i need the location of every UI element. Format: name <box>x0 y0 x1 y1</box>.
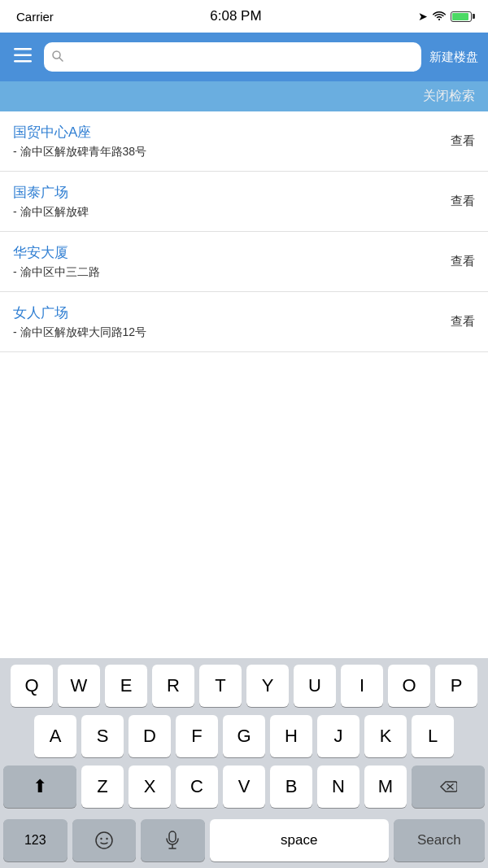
svg-point-7 <box>96 832 112 848</box>
space-key[interactable]: space <box>210 819 389 861</box>
key-V[interactable]: V <box>223 765 265 808</box>
result-content: 华安大厦 - 渝中区中三二路 <box>13 243 442 280</box>
key-F[interactable]: F <box>176 715 218 757</box>
mic-key[interactable] <box>141 819 205 861</box>
result-content: 女人广场 - 渝中区解放碑大同路12号 <box>13 303 442 340</box>
key-I[interactable]: I <box>341 665 383 707</box>
result-content: 国泰广场 - 渝中区解放碑 <box>13 183 442 220</box>
result-item-0: 国贸中心A座 - 渝中区解放碑青年路38号 查看 <box>0 111 488 172</box>
wifi-icon <box>432 10 447 24</box>
keyboard: Q W E R T Y U I O P A S D F G H J K L ⬆ … <box>0 658 488 868</box>
location-icon: ➤ <box>418 10 428 23</box>
key-P[interactable]: P <box>435 665 477 707</box>
svg-rect-1 <box>14 54 32 56</box>
result-item-1: 国泰广场 - 渝中区解放碑 查看 <box>0 172 488 232</box>
key-C[interactable]: C <box>176 765 218 808</box>
search-key[interactable]: Search <box>394 819 485 861</box>
svg-rect-0 <box>14 48 32 50</box>
result-name: 女人广场 <box>13 303 442 322</box>
keyboard-row-1: Q W E R T Y U I O P <box>3 665 485 707</box>
key-E[interactable]: E <box>105 665 147 707</box>
key-S[interactable]: S <box>81 715 124 757</box>
key-N[interactable]: N <box>317 765 359 808</box>
emoji-key[interactable] <box>72 819 137 861</box>
key-K[interactable]: K <box>364 715 407 757</box>
key-B[interactable]: B <box>270 765 312 808</box>
key-D[interactable]: D <box>129 715 171 757</box>
delete-key[interactable] <box>412 765 485 808</box>
status-right: ➤ <box>418 10 472 24</box>
key-J[interactable]: J <box>317 715 359 757</box>
result-content: 国贸中心A座 - 渝中区解放碑青年路38号 <box>13 123 442 159</box>
key-R[interactable]: R <box>152 665 194 707</box>
key-A[interactable]: A <box>34 715 76 757</box>
result-address: - 渝中区解放碑大同路12号 <box>13 325 442 340</box>
keyboard-bottom-row: 123 space Search <box>0 819 488 861</box>
result-name: 国贸中心A座 <box>13 123 442 142</box>
time-label: 6:08 PM <box>210 8 261 24</box>
key-L[interactable]: L <box>412 715 454 757</box>
key-Y[interactable]: Y <box>246 665 289 707</box>
keyboard-row-3: ⬆ Z X C V B N M <box>3 765 485 808</box>
result-item-3: 女人广场 - 渝中区解放碑大同路12号 查看 <box>0 292 488 352</box>
key-W[interactable]: W <box>58 665 100 707</box>
svg-line-4 <box>59 58 63 61</box>
menu-button[interactable] <box>10 44 36 71</box>
search-input[interactable] <box>68 50 413 64</box>
close-search-button[interactable]: 关闭检索 <box>0 81 488 111</box>
key-T[interactable]: T <box>199 665 242 707</box>
result-action-button[interactable]: 查看 <box>442 254 475 269</box>
key-O[interactable]: O <box>388 665 430 707</box>
nav-bar: 新建楼盘 <box>0 33 488 81</box>
new-building-button[interactable]: 新建楼盘 <box>429 50 478 65</box>
key-H[interactable]: H <box>270 715 312 757</box>
key-Z[interactable]: Z <box>81 765 124 808</box>
result-action-button[interactable]: 查看 <box>442 314 475 329</box>
result-name: 国泰广场 <box>13 183 442 202</box>
result-name: 华安大厦 <box>13 243 442 262</box>
num-key[interactable]: 123 <box>3 819 68 861</box>
key-U[interactable]: U <box>294 665 336 707</box>
svg-point-8 <box>100 838 102 840</box>
key-X[interactable]: X <box>129 765 171 808</box>
result-address: - 渝中区解放碑青年路38号 <box>13 145 442 159</box>
key-M[interactable]: M <box>364 765 407 808</box>
result-action-button[interactable]: 查看 <box>442 194 475 209</box>
battery-icon <box>451 11 472 22</box>
result-address: - 渝中区解放碑 <box>13 205 442 220</box>
svg-rect-2 <box>14 60 32 63</box>
key-Q[interactable]: Q <box>11 665 53 707</box>
svg-rect-10 <box>169 831 176 842</box>
keyboard-rows: Q W E R T Y U I O P A S D F G H J K L ⬆ … <box>0 658 488 819</box>
keyboard-row-2: A S D F G H J K L <box>3 715 485 757</box>
key-G[interactable]: G <box>223 715 265 757</box>
status-bar: Carrier 6:08 PM ➤ <box>0 0 488 33</box>
svg-point-9 <box>106 838 107 840</box>
search-bar[interactable] <box>44 42 421 72</box>
results-list: 国贸中心A座 - 渝中区解放碑青年路38号 查看 国泰广场 - 渝中区解放碑 查… <box>0 111 488 352</box>
battery-fill <box>452 13 468 20</box>
search-icon <box>52 50 63 64</box>
result-address: - 渝中区中三二路 <box>13 265 442 280</box>
carrier-label: Carrier <box>16 10 54 24</box>
result-item-2: 华安大厦 - 渝中区中三二路 查看 <box>0 232 488 292</box>
result-action-button[interactable]: 查看 <box>442 133 475 149</box>
shift-key[interactable]: ⬆ <box>3 765 76 808</box>
